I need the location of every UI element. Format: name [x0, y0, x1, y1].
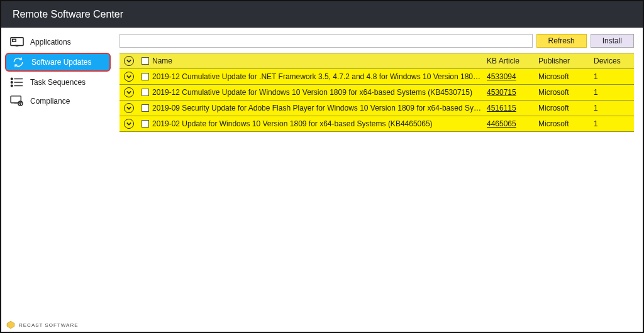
row-checkbox[interactable]: [142, 73, 149, 80]
app-body: Applications Software Updates Task Seque…: [1, 28, 643, 332]
compliance-icon: [10, 96, 24, 107]
row-checkbox[interactable]: [142, 120, 149, 128]
refresh-icon: [11, 57, 25, 68]
brand-logo-icon: [6, 320, 15, 329]
cell-name: 2019-12 Cumulative Update for Windows 10…: [152, 88, 487, 97]
sidebar-item-software-updates[interactable]: Software Updates: [5, 53, 111, 72]
kb-link[interactable]: 4533094: [487, 72, 516, 81]
chevron-down-icon[interactable]: [124, 103, 134, 113]
app-window: Remote Software Center Applications Soft…: [0, 0, 644, 333]
sidebar-item-label: Compliance: [30, 97, 70, 106]
cell-name: 2019-12 Cumulative Update for .NET Frame…: [152, 72, 487, 81]
grid-header-row: Name KB Article Publisher Devices: [119, 53, 634, 69]
applications-icon: [10, 36, 24, 48]
sidebar: Applications Software Updates Task Seque…: [1, 28, 114, 332]
chevron-down-icon[interactable]: [124, 72, 134, 82]
header-expand-cell: [119, 56, 138, 66]
svg-point-8: [11, 85, 13, 87]
title-bar: Remote Software Center: [1, 1, 643, 28]
chevron-down-icon[interactable]: [124, 119, 134, 129]
toolbar: Refresh Install: [119, 33, 634, 49]
cell-devices: 1: [594, 104, 634, 112]
select-all-checkbox[interactable]: [142, 57, 149, 65]
table-row[interactable]: 2019-12 Cumulative Update for Windows 10…: [119, 85, 634, 101]
footer-brand: RECAST SOFTWARE: [19, 322, 79, 328]
col-header-publisher[interactable]: Publisher: [538, 57, 594, 65]
col-header-devices[interactable]: Devices: [594, 57, 634, 65]
cell-devices: 1: [594, 119, 634, 128]
grid-body: 2019-12 Cumulative Update for .NET Frame…: [119, 69, 634, 132]
table-row[interactable]: 2019-02 Update for Windows 10 Version 18…: [119, 116, 634, 132]
cell-devices: 1: [594, 88, 634, 97]
sidebar-item-compliance[interactable]: Compliance: [1, 92, 114, 111]
install-button[interactable]: Install: [591, 34, 634, 48]
table-row[interactable]: 2019-09 Security Update for Adobe Flash …: [119, 101, 634, 116]
cell-devices: 1: [594, 72, 634, 81]
kb-link[interactable]: 4465065: [487, 119, 516, 128]
row-checkbox[interactable]: [142, 104, 149, 112]
chevron-down-icon[interactable]: [124, 87, 134, 97]
chevron-down-icon[interactable]: [124, 56, 134, 66]
svg-point-6: [11, 82, 13, 84]
cell-publisher: Microsoft: [538, 119, 594, 128]
table-row[interactable]: 2019-12 Cumulative Update for .NET Frame…: [119, 69, 634, 85]
footer: RECAST SOFTWARE: [6, 320, 79, 329]
main-panel: Refresh Install Name KB Article Publishe…: [114, 28, 643, 332]
row-checkbox[interactable]: [142, 89, 149, 96]
app-title: Remote Software Center: [13, 9, 123, 20]
col-header-kb[interactable]: KB Article: [487, 57, 538, 65]
kb-link[interactable]: 4530715: [487, 88, 516, 97]
cell-publisher: Microsoft: [538, 72, 594, 81]
list-icon: [10, 77, 24, 88]
svg-marker-13: [7, 321, 14, 329]
svg-rect-1: [13, 39, 16, 41]
sidebar-item-label: Software Updates: [31, 58, 91, 67]
search-input[interactable]: [119, 34, 533, 48]
cell-publisher: Microsoft: [538, 104, 594, 112]
col-header-name[interactable]: Name: [152, 57, 487, 65]
refresh-button[interactable]: Refresh: [536, 34, 587, 48]
sidebar-item-label: Task Sequences: [30, 78, 86, 87]
kb-link[interactable]: 4516115: [487, 104, 516, 112]
cell-name: 2019-02 Update for Windows 10 Version 18…: [152, 119, 487, 128]
cell-name: 2019-09 Security Update for Adobe Flash …: [152, 104, 487, 112]
svg-point-4: [11, 78, 13, 80]
cell-publisher: Microsoft: [538, 88, 594, 97]
sidebar-item-label: Applications: [30, 38, 71, 46]
sidebar-item-applications[interactable]: Applications: [1, 33, 114, 52]
sidebar-item-task-sequences[interactable]: Task Sequences: [1, 73, 114, 92]
header-checkbox-cell: [138, 57, 152, 65]
updates-grid: Name KB Article Publisher Devices 2019-1…: [119, 53, 634, 132]
